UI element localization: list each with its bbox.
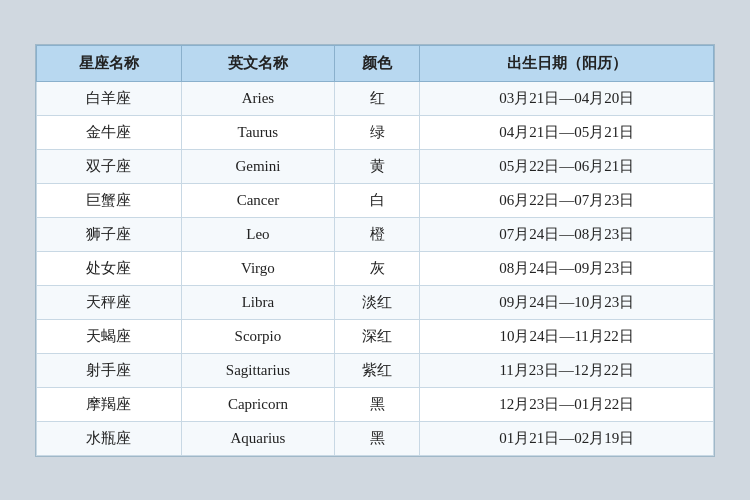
cell-dates: 09月24日—10月23日	[420, 285, 714, 319]
table-body: 白羊座Aries红03月21日—04月20日金牛座Taurus绿04月21日—0…	[37, 81, 714, 455]
table-header-row: 星座名称 英文名称 颜色 出生日期（阳历）	[37, 45, 714, 81]
cell-english: Leo	[181, 217, 334, 251]
cell-english: Sagittarius	[181, 353, 334, 387]
cell-chinese: 双子座	[37, 149, 182, 183]
table-row: 水瓶座Aquarius黑01月21日—02月19日	[37, 421, 714, 455]
cell-color: 橙	[334, 217, 419, 251]
table-row: 摩羯座Capricorn黑12月23日—01月22日	[37, 387, 714, 421]
cell-chinese: 天蝎座	[37, 319, 182, 353]
cell-color: 黑	[334, 387, 419, 421]
cell-color: 绿	[334, 115, 419, 149]
header-color: 颜色	[334, 45, 419, 81]
cell-dates: 01月21日—02月19日	[420, 421, 714, 455]
cell-color: 红	[334, 81, 419, 115]
cell-english: Gemini	[181, 149, 334, 183]
table-row: 射手座Sagittarius紫红11月23日—12月22日	[37, 353, 714, 387]
cell-english: Capricorn	[181, 387, 334, 421]
cell-english: Libra	[181, 285, 334, 319]
cell-english: Aquarius	[181, 421, 334, 455]
cell-chinese: 天秤座	[37, 285, 182, 319]
table-row: 金牛座Taurus绿04月21日—05月21日	[37, 115, 714, 149]
cell-color: 深红	[334, 319, 419, 353]
cell-color: 紫红	[334, 353, 419, 387]
zodiac-table-wrapper: 星座名称 英文名称 颜色 出生日期（阳历） 白羊座Aries红03月21日—04…	[35, 44, 715, 457]
cell-english: Aries	[181, 81, 334, 115]
cell-chinese: 水瓶座	[37, 421, 182, 455]
cell-color: 淡红	[334, 285, 419, 319]
cell-dates: 08月24日—09月23日	[420, 251, 714, 285]
cell-dates: 11月23日—12月22日	[420, 353, 714, 387]
cell-dates: 04月21日—05月21日	[420, 115, 714, 149]
header-english-name: 英文名称	[181, 45, 334, 81]
cell-english: Scorpio	[181, 319, 334, 353]
table-row: 天秤座Libra淡红09月24日—10月23日	[37, 285, 714, 319]
table-row: 处女座Virgo灰08月24日—09月23日	[37, 251, 714, 285]
cell-chinese: 巨蟹座	[37, 183, 182, 217]
cell-color: 灰	[334, 251, 419, 285]
cell-chinese: 狮子座	[37, 217, 182, 251]
cell-chinese: 金牛座	[37, 115, 182, 149]
cell-dates: 03月21日—04月20日	[420, 81, 714, 115]
table-row: 巨蟹座Cancer白06月22日—07月23日	[37, 183, 714, 217]
cell-english: Taurus	[181, 115, 334, 149]
table-row: 天蝎座Scorpio深红10月24日—11月22日	[37, 319, 714, 353]
cell-dates: 06月22日—07月23日	[420, 183, 714, 217]
zodiac-table: 星座名称 英文名称 颜色 出生日期（阳历） 白羊座Aries红03月21日—04…	[36, 45, 714, 456]
cell-dates: 10月24日—11月22日	[420, 319, 714, 353]
cell-dates: 12月23日—01月22日	[420, 387, 714, 421]
cell-chinese: 射手座	[37, 353, 182, 387]
cell-dates: 05月22日—06月21日	[420, 149, 714, 183]
cell-color: 白	[334, 183, 419, 217]
cell-english: Cancer	[181, 183, 334, 217]
table-row: 狮子座Leo橙07月24日—08月23日	[37, 217, 714, 251]
cell-color: 黄	[334, 149, 419, 183]
cell-chinese: 白羊座	[37, 81, 182, 115]
table-row: 白羊座Aries红03月21日—04月20日	[37, 81, 714, 115]
table-row: 双子座Gemini黄05月22日—06月21日	[37, 149, 714, 183]
cell-chinese: 摩羯座	[37, 387, 182, 421]
header-dates: 出生日期（阳历）	[420, 45, 714, 81]
cell-dates: 07月24日—08月23日	[420, 217, 714, 251]
header-chinese-name: 星座名称	[37, 45, 182, 81]
cell-color: 黑	[334, 421, 419, 455]
cell-chinese: 处女座	[37, 251, 182, 285]
cell-english: Virgo	[181, 251, 334, 285]
